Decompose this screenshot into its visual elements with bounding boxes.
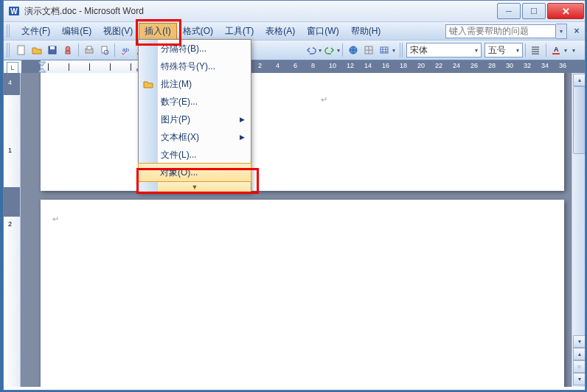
submenu-arrow-icon: ▶ bbox=[240, 133, 245, 141]
comment-icon bbox=[142, 78, 154, 90]
tables-borders-button[interactable] bbox=[361, 43, 375, 57]
menu-item-number[interactable]: 数字(E)... bbox=[139, 93, 251, 111]
new-doc-button[interactable] bbox=[15, 43, 29, 57]
submenu-arrow-icon: ▶ bbox=[240, 116, 245, 123]
svg-text:W: W bbox=[10, 7, 18, 15]
insert-table-button[interactable] bbox=[377, 43, 391, 57]
maximize-button[interactable]: ☐ bbox=[522, 3, 546, 19]
toolbar-options-button[interactable]: ▾ bbox=[567, 43, 581, 57]
menu-item-file[interactable]: 文件(L)... bbox=[139, 146, 251, 164]
titlebar: W 演示文档.doc - Microsoft Word ─ ☐ ✕ bbox=[4, 1, 585, 22]
next-page-button[interactable]: ▾ bbox=[573, 373, 585, 385]
scroll-thumb[interactable] bbox=[573, 86, 585, 154]
menubar-close-icon[interactable]: × bbox=[572, 26, 582, 36]
previous-page-button[interactable]: ▴ bbox=[573, 348, 585, 360]
font-name-select[interactable]: 宋体▾ bbox=[406, 43, 482, 57]
help-search-dropdown[interactable]: ▾ bbox=[556, 24, 567, 39]
menu-view[interactable]: 视图(V) bbox=[97, 23, 139, 40]
vertical-ruler[interactable]: 42112 bbox=[4, 73, 21, 387]
save-button[interactable] bbox=[46, 43, 60, 57]
menu-item-picture[interactable]: 图片(P)▶ bbox=[139, 111, 251, 128]
word-icon: W bbox=[8, 5, 20, 17]
menubar-grip[interactable] bbox=[7, 24, 11, 38]
menubar: 文件(F) 编辑(E) 视图(V) 插入(I) 格式(O) 工具(T) 表格(A… bbox=[4, 22, 585, 41]
menu-item-comment[interactable]: 批注(M) bbox=[139, 75, 251, 93]
menu-tools[interactable]: 工具(T) bbox=[219, 23, 260, 40]
window-title: 演示文档.doc - Microsoft Word bbox=[24, 5, 496, 18]
menu-help[interactable]: 帮助(H) bbox=[345, 23, 387, 40]
menu-edit[interactable]: 编辑(E) bbox=[56, 23, 97, 40]
svg-point-5 bbox=[66, 46, 70, 51]
print-button[interactable] bbox=[82, 43, 96, 57]
toolbar2-grip[interactable] bbox=[400, 43, 404, 57]
document-page[interactable]: ↵ bbox=[41, 73, 564, 191]
tab-selector[interactable]: L bbox=[7, 62, 18, 74]
toolbar-grip[interactable] bbox=[7, 43, 11, 57]
menu-format[interactable]: 格式(O) bbox=[177, 23, 219, 40]
browse-object-button[interactable]: ○ bbox=[573, 360, 585, 373]
paragraph-mark-icon: ↵ bbox=[321, 95, 327, 105]
menu-table[interactable]: 表格(A) bbox=[260, 23, 301, 40]
permission-button[interactable] bbox=[61, 43, 75, 57]
document-area: 42112 ↵ ↵ ▴ ▾ ▴ ○ ▾ bbox=[4, 73, 585, 387]
svg-rect-4 bbox=[50, 46, 55, 49]
print-preview-button[interactable] bbox=[97, 43, 111, 57]
menu-item-object[interactable]: 对象(O)... bbox=[138, 163, 251, 182]
scroll-up-button[interactable]: ▴ bbox=[573, 74, 585, 86]
align-justify-button[interactable] bbox=[529, 43, 543, 57]
menu-item-symbol[interactable]: , 特殊符号(Y)... bbox=[139, 57, 251, 75]
menu-item-break[interactable]: 分隔符(B)... bbox=[139, 40, 251, 57]
font-color-button[interactable]: A bbox=[549, 43, 563, 57]
svg-rect-8 bbox=[87, 46, 91, 49]
close-button[interactable]: ✕ bbox=[547, 3, 584, 19]
insert-menu-dropdown: 分隔符(B)... , 特殊符号(Y)... 批注(M) 数字(E)... 图片… bbox=[138, 39, 251, 193]
help-search-input[interactable] bbox=[445, 24, 556, 38]
undo-button[interactable] bbox=[304, 43, 318, 57]
open-button[interactable] bbox=[30, 43, 44, 57]
document-page-2[interactable]: ↵ bbox=[41, 200, 564, 387]
svg-rect-16 bbox=[381, 47, 388, 53]
svg-rect-6 bbox=[66, 51, 70, 54]
minimize-button[interactable]: ─ bbox=[497, 3, 521, 19]
first-line-indent-marker[interactable] bbox=[38, 61, 48, 73]
svg-text:A: A bbox=[554, 46, 559, 53]
svg-rect-18 bbox=[552, 53, 560, 55]
scroll-down-button[interactable]: ▾ bbox=[573, 335, 585, 348]
menu-window[interactable]: 窗口(W) bbox=[301, 23, 344, 40]
symbol-icon: , bbox=[131, 60, 143, 72]
hyperlink-button[interactable] bbox=[346, 43, 360, 57]
font-size-select[interactable]: 五号▾ bbox=[484, 43, 523, 57]
paragraph-mark-icon: ↵ bbox=[52, 214, 59, 224]
vertical-scrollbar[interactable]: ▴ ▾ ▴ ○ ▾ bbox=[572, 73, 585, 387]
redo-button[interactable] bbox=[322, 43, 336, 57]
menu-insert[interactable]: 插入(I) bbox=[139, 23, 176, 40]
toolbar: ab ▾ ▾ ▾ 宋体▾ 五号▾ A ▾ ▾ bbox=[4, 41, 585, 60]
svg-rect-2 bbox=[18, 46, 24, 55]
spelling-button[interactable]: ab bbox=[118, 43, 132, 57]
menu-item-textbox[interactable]: 文本框(X)▶ bbox=[139, 128, 251, 146]
menu-file[interactable]: 文件(F) bbox=[15, 23, 56, 40]
